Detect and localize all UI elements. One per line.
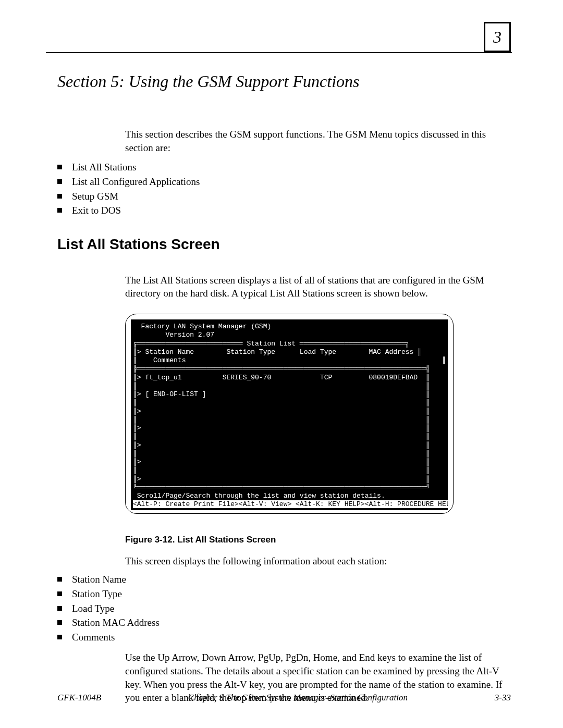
- footer-docnum: GFK-1004B: [57, 693, 101, 703]
- terminal-frame: Factory LAN System Manager (GSM) Version…: [125, 314, 454, 514]
- terminal-title: Factory LAN System Manager (GSM): [133, 323, 271, 330]
- list-item: Load Type: [57, 602, 511, 615]
- list-item: Setup GSM: [57, 190, 511, 203]
- terminal-frame-label: Station List: [243, 340, 300, 348]
- terminal-blank: >: [137, 475, 141, 483]
- figure-caption: Figure 3-12. List All Stations Screen: [125, 535, 511, 545]
- terminal-key-bar: <Alt-P: Create Print File><Alt-V: View> …: [133, 500, 448, 508]
- heading-list-all-stations: List All Stations Screen: [57, 236, 511, 253]
- list-item: Comments: [57, 631, 511, 644]
- list-item: Exit to DOS: [57, 204, 511, 217]
- terminal-blank: >: [137, 424, 141, 432]
- terminal-blank: >: [137, 441, 141, 449]
- section-title: Section 5: Using the GSM Support Functio…: [57, 72, 511, 91]
- page-footer: GFK-1004B Chapter 3 The GEnet System Man…: [57, 693, 511, 703]
- intro-paragraph: This section describes the GSM support f…: [125, 128, 506, 154]
- terminal-row: > ft_tcp_u1 SERIES_90-70 TCP 080019DEFBA…: [137, 374, 418, 381]
- list-item: Station MAC Address: [57, 616, 511, 630]
- terminal-blank: >: [137, 458, 141, 466]
- info-bullet-list: Station Name Station Type Load Type Stat…: [57, 573, 511, 644]
- terminal-blank: >: [137, 408, 141, 415]
- list-item: Station Name: [57, 573, 511, 586]
- terminal-eol: > [ END-OF-LIST ]: [137, 390, 206, 398]
- list-item: List All Stations: [57, 161, 511, 174]
- footer-page-number: 3-33: [495, 693, 511, 703]
- screen-info-paragraph: This screen displays the following infor…: [125, 554, 506, 568]
- list-item: Station Type: [57, 587, 511, 601]
- terminal-screen: Factory LAN System Manager (GSM) Version…: [131, 319, 448, 510]
- page: 3 Section 5: Using the GSM Support Funct…: [0, 0, 563, 728]
- list-item: List all Configured Applications: [57, 175, 511, 189]
- terminal-col-header: > Station Name Station Type Load Type MA…: [137, 348, 414, 356]
- chapter-number: 3: [493, 28, 501, 47]
- terminal-hint: Scroll/Page/Search through the list and …: [133, 492, 385, 500]
- list-all-paragraph: The List All Stations screen displays a …: [125, 274, 506, 300]
- header-rule: [46, 52, 512, 53]
- terminal-col-sub: Comments: [137, 356, 186, 364]
- intro-bullet-list: List All Stations List all Configured Ap…: [57, 161, 511, 217]
- terminal-version: Version 2.07: [133, 331, 214, 339]
- chapter-badge: 3: [484, 22, 511, 52]
- footer-chapter-title: Chapter 3 The GEnet System Manager–Stati…: [101, 693, 495, 703]
